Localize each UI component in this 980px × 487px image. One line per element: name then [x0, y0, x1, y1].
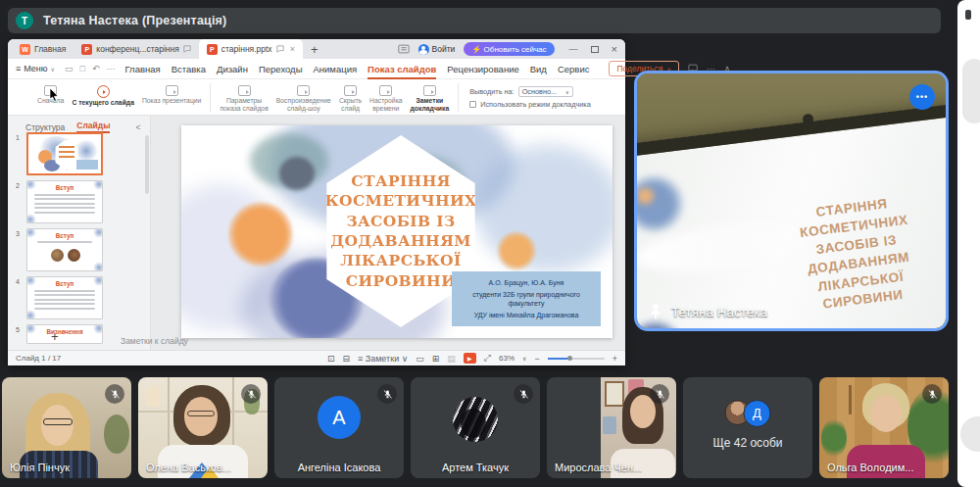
menu-item-tools[interactable]: Сервис: [558, 64, 590, 74]
slide-counter: Слайд 1 / 17: [16, 354, 61, 363]
presentation-icon: [166, 85, 178, 96]
undo-icon[interactable]: ↶: [92, 64, 100, 73]
overflow-letter-avatar: Д: [744, 400, 771, 427]
screen-blue-flower: [634, 317, 686, 331]
zoom-in-button[interactable]: +: [612, 354, 617, 364]
speaker-notes-button[interactable]: Заметки докладчика: [407, 81, 454, 114]
slide-thumbnail-2[interactable]: Вступ: [26, 180, 103, 223]
rehearse-timings-button[interactable]: Настройка времени: [366, 81, 406, 114]
participant-name: Ангеліна Ісакова: [274, 462, 404, 473]
new-tab-button[interactable]: +: [311, 42, 318, 57]
login-button[interactable]: Войти: [418, 44, 456, 55]
panel-cropped-control[interactable]: [962, 59, 980, 123]
collapse-panel-icon[interactable]: <: [135, 122, 140, 132]
play-slideshow-icon: [297, 85, 310, 96]
minimize-icon[interactable]: —: [569, 44, 578, 54]
participant-tile[interactable]: Юлія Пінчук: [2, 377, 131, 478]
mouse-cursor: [49, 88, 59, 102]
current-slide[interactable]: СТАРІННЯ КОСМЕТИЧНИХ ЗАСОБІВ ІЗ ДОДАВАНН…: [181, 125, 612, 338]
menu-item-review[interactable]: Рецензирование: [447, 64, 518, 74]
participant-name: Ольга Володим...: [827, 462, 913, 473]
slide-thumbnail-4[interactable]: Вступ: [26, 276, 103, 319]
pinned-participant-tile[interactable]: СТАРІННЯ КОСМЕТИЧНИХ ЗАСОБІВ ІЗ ДОДАВАНН…: [634, 71, 949, 331]
mic-off-icon: [650, 384, 669, 404]
doc-tab-1-label: конференц...старіння: [96, 44, 178, 54]
wps-home-tab[interactable]: W Главная: [12, 39, 74, 59]
wps-menu-bar: ≡ Меню ∨ ▭□↶··· Главная Вставка Дизайн П…: [8, 59, 625, 79]
overflow-participants-tile[interactable]: Д Ще 42 особи: [683, 377, 812, 478]
tab-structure[interactable]: Структура: [25, 122, 65, 132]
update-now-button[interactable]: ⚡ Обновить сейчас: [464, 42, 554, 56]
slide-canvas: СТАРІННЯ КОСМЕТИЧНИХ ЗАСОБІВ ІЗ ДОДАВАНН…: [151, 116, 625, 350]
slide-number: 2: [16, 182, 22, 189]
notes-hint[interactable]: Заметки к слайду: [121, 336, 188, 346]
reading-view-icon[interactable]: ▤: [447, 354, 456, 364]
wps-doc-tab-active[interactable]: P старіння.pptx ×: [199, 39, 303, 59]
zoom-out-button[interactable]: −: [534, 354, 539, 364]
display-target-select[interactable]: Основно...∨: [518, 86, 573, 97]
wps-window: W Главная P конференц...старіння P старі…: [8, 39, 625, 365]
menu-item-design[interactable]: Дизайн: [217, 64, 248, 74]
pin-icon: [649, 304, 662, 319]
slide-thumbnail-5[interactable]: Визначення: [26, 324, 103, 344]
save-icon[interactable]: ▭: [65, 64, 74, 73]
add-slide-button[interactable]: +: [51, 329, 59, 344]
participant-tile[interactable]: Артем Ткачук: [411, 377, 540, 478]
quick-toolbar[interactable]: ▭□↶···: [65, 64, 116, 73]
mic-off-icon: [105, 384, 124, 404]
slideshow-settings-button[interactable]: Параметры показа слайдов: [216, 81, 271, 114]
wps-doc-tab-1[interactable]: P конференц...старіння: [74, 39, 198, 59]
slide-thumbnail-3[interactable]: Вступ: [26, 228, 103, 271]
close-tab-icon[interactable]: ×: [290, 44, 295, 54]
participant-tile[interactable]: А Ангеліна Ісакова: [274, 377, 404, 478]
from-current-slide-button[interactable]: С текущего слайда: [68, 81, 138, 114]
menu-item-animation[interactable]: Анимация: [313, 64, 357, 74]
hide-slide-button[interactable]: Скрыть слайд: [335, 81, 366, 114]
slideshow-play-button[interactable]: ▶: [464, 353, 476, 364]
fit-slide-icon[interactable]: ⤢: [484, 353, 491, 364]
menu-item-insert[interactable]: Вставка: [172, 64, 206, 74]
show-presentation-button[interactable]: Показ презентации: [138, 81, 205, 114]
presenter-mode-checkbox[interactable]: [469, 101, 476, 108]
zoom-caret-icon[interactable]: ∨: [522, 355, 526, 362]
zoom-level[interactable]: 63%: [499, 354, 514, 363]
notes-toggle[interactable]: ≡ Заметки ∨: [358, 354, 408, 364]
mic-off-icon: [377, 384, 397, 404]
pinned-participant-name: Тетяна Настека: [671, 305, 767, 319]
normal-view-icon[interactable]: ▭: [416, 354, 424, 364]
close-window-icon[interactable]: ×: [612, 43, 617, 55]
group-line: студенти 32Б групи природничого факульте…: [456, 290, 597, 309]
spellcheck-icon[interactable]: ⊡: [327, 354, 335, 364]
camera-view: СТАРІННЯ КОСМЕТИЧНИХ ЗАСОБІВ ІЗ ДОДАВАНН…: [637, 73, 946, 328]
reading-mode-icon[interactable]: [398, 44, 410, 54]
menu-button[interactable]: ≡ Меню ∨: [16, 64, 55, 73]
slide-thumbnail-1[interactable]: [26, 132, 103, 175]
menu-item-home[interactable]: Главная: [125, 64, 161, 74]
participant-tile[interactable]: Олена Васьков...: [138, 377, 268, 478]
presenter-mode-label: Использовать режим докладчика: [480, 100, 590, 109]
menu-item-slideshow[interactable]: Показ слайдов: [368, 64, 436, 74]
maximize-icon[interactable]: [591, 46, 599, 53]
wps-logo-icon: W: [20, 44, 30, 55]
overflow-avatars: Д: [725, 400, 771, 427]
menu-item-transitions[interactable]: Переходы: [259, 64, 303, 74]
participant-avatar: [453, 397, 498, 442]
wps-tab-bar: W Главная P конференц...старіння P старі…: [8, 39, 625, 59]
play-slideshow-button[interactable]: Воспроизведение слайд-шоу: [272, 81, 335, 114]
zoom-slider-knob[interactable]: [567, 356, 572, 361]
monitor-in-camera: СТАРІННЯ КОСМЕТИЧНИХ ЗАСОБІВ ІЗ ДОДАВАНН…: [634, 104, 949, 331]
participant-tile[interactable]: Ольга Володим...: [819, 377, 949, 478]
small-orange-flower: [497, 231, 536, 270]
participant-tile[interactable]: Мирослава Чен...: [547, 377, 676, 478]
tile-more-options-button[interactable]: •••: [909, 84, 935, 110]
slide-sorter-icon[interactable]: ⊞: [432, 354, 440, 364]
notes-icon: [423, 85, 436, 96]
handout-icon[interactable]: ⊟: [342, 354, 350, 364]
menu-item-view[interactable]: Вид: [530, 64, 547, 74]
more-tools-icon[interactable]: ···: [107, 64, 116, 73]
preview-icon[interactable]: □: [80, 64, 85, 73]
participant-name: Артем Ткачук: [411, 462, 540, 473]
panel-scrollbar[interactable]: [145, 135, 149, 194]
panel-cropped-button[interactable]: [960, 416, 980, 452]
zoom-slider[interactable]: [548, 358, 605, 360]
